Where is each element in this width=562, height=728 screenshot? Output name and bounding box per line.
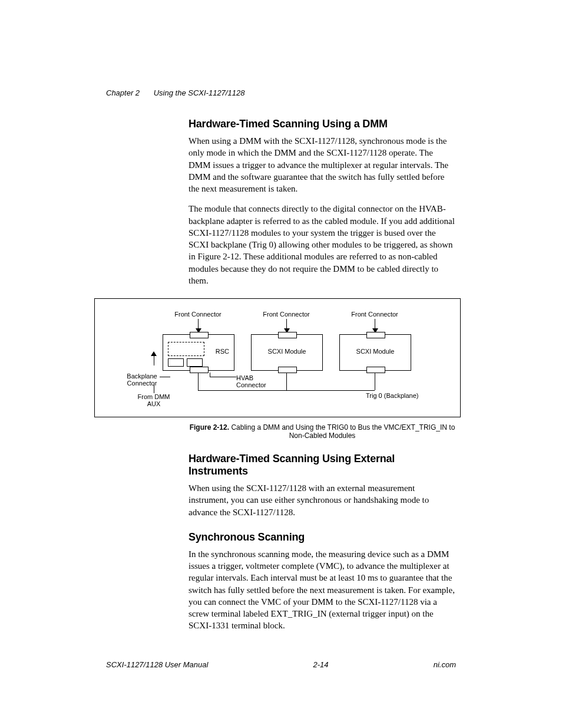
label-from-dmm-aux: From DMM AUX [133, 393, 174, 407]
figure-2-12: Front Connector Front Connector Front Co… [94, 298, 461, 417]
leader-line [210, 373, 210, 377]
label-rsc: RSC [216, 348, 229, 355]
page-header: Chapter 2 Using the SCXI-1127/1128 [106, 88, 244, 97]
heading-external-instruments: Hardware-Timed Scanning Using External I… [189, 453, 456, 477]
leader-line [210, 377, 236, 377]
chapter-title: Using the SCXI-1127/1128 [154, 88, 245, 97]
connector-top [190, 332, 209, 338]
footer-manual-title: SCXI-1127/1128 User Manual [106, 660, 208, 669]
connector-top [366, 332, 385, 338]
label-scxi-module: SCXI Module [340, 348, 411, 355]
label-backplane-connector: Backplane Connector [124, 373, 160, 387]
label-front-connector: Front Connector [348, 311, 401, 318]
small-connector [168, 358, 184, 367]
paragraph: In the synchronous scanning mode, the me… [189, 548, 456, 632]
arrow-icon [375, 319, 375, 330]
footer-site: ni.com [434, 660, 456, 669]
label-hvab-connector: HVAB Connector [236, 374, 272, 388]
bus-line [198, 373, 199, 390]
chapter-label: Chapter 2 [106, 88, 140, 97]
figure-number: Figure 2-12. [190, 423, 229, 431]
dashed-region [168, 342, 204, 356]
connector-bottom [366, 367, 385, 373]
figure-caption: Figure 2-12. Cabling a DMM and Using the… [189, 423, 456, 440]
label-trig0: Trig 0 (Backplane) [366, 392, 437, 399]
module-box-2: SCXI Module [251, 334, 323, 371]
bus-line [286, 373, 287, 390]
paragraph: The module that connects directly to the… [189, 203, 456, 286]
paragraph: When using a DMM with the SCXI-1127/1128… [189, 135, 456, 195]
paragraph: When using the SCXI-1127/1128 with an ex… [189, 482, 456, 518]
module-box-3: SCXI Module [339, 334, 411, 371]
arrow-icon [154, 355, 154, 365]
leader-line [160, 377, 170, 377]
bus-line [198, 390, 375, 391]
connector-bottom [278, 367, 297, 373]
figure-caption-text: Cabling a DMM and Using the TRIG0 to Bus… [231, 423, 455, 440]
page-footer: SCXI-1127/1128 User Manual 2-14 ni.com [106, 660, 456, 669]
arrow-icon [198, 319, 199, 330]
connector-top [278, 332, 297, 338]
footer-page-number: 2-14 [313, 660, 329, 669]
label-front-connector: Front Connector [260, 311, 313, 318]
heading-dmm-scanning: Hardware-Timed Scanning Using a DMM [189, 118, 456, 130]
small-connector [187, 358, 203, 367]
heading-synchronous-scanning: Synchronous Scanning [189, 531, 456, 543]
line [154, 384, 154, 393]
label-front-connector: Front Connector [171, 311, 224, 318]
connector-bottom [190, 367, 209, 373]
module-box-1: RSC [163, 334, 234, 371]
arrow-icon [286, 319, 287, 330]
bus-line [375, 373, 375, 390]
label-scxi-module: SCXI Module [252, 348, 322, 355]
